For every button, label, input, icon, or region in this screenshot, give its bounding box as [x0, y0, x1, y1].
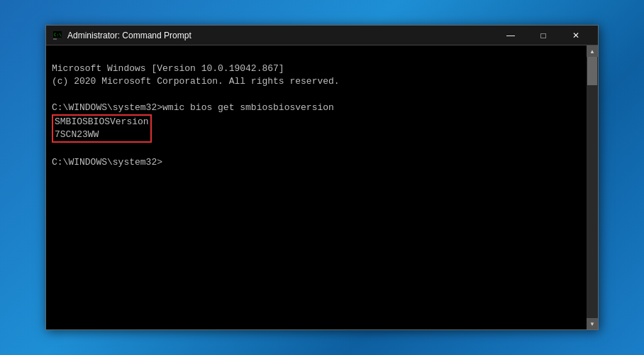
scrollbar-track[interactable]	[587, 57, 598, 318]
highlighted-output: SMBIOSBIOSVersion 7SCN23WW	[52, 114, 152, 143]
title-bar: C:\ Administrator: Command Prompt — □ ✕	[46, 26, 598, 45]
console-line-2: (c) 2020 Microsoft Corporation. All righ…	[52, 76, 340, 87]
scrollbar[interactable]: ▲ ▼	[587, 45, 598, 329]
cmd-icon: C:\	[52, 30, 63, 41]
console-output: Microsoft Windows [Version 10.0.19042.86…	[52, 50, 592, 182]
highlight-line-2: 7SCN23WW	[55, 129, 99, 140]
close-button[interactable]: ✕	[560, 26, 592, 45]
scrollbar-thumb[interactable]	[587, 57, 597, 85]
highlight-line-1: SMBIOSBIOSVersion	[55, 116, 149, 127]
console-command: C:\WINDOWS\system32>wmic bios get smbios…	[52, 102, 334, 113]
cmd-window: C:\ Administrator: Command Prompt — □ ✕ …	[45, 25, 599, 330]
maximize-button[interactable]: □	[527, 26, 560, 45]
window-controls: — □ ✕	[494, 26, 592, 45]
console-area[interactable]: Microsoft Windows [Version 10.0.19042.86…	[46, 45, 598, 329]
console-prompt: C:\WINDOWS\system32>	[52, 157, 162, 168]
minimize-button[interactable]: —	[494, 26, 527, 45]
svg-rect-2	[53, 38, 57, 40]
scroll-down-button[interactable]: ▼	[587, 318, 598, 329]
console-line-1: Microsoft Windows [Version 10.0.19042.86…	[52, 63, 284, 74]
scroll-up-button[interactable]: ▲	[587, 45, 598, 57]
svg-text:C:\: C:\	[54, 32, 62, 37]
window-title: Administrator: Command Prompt	[67, 31, 494, 40]
